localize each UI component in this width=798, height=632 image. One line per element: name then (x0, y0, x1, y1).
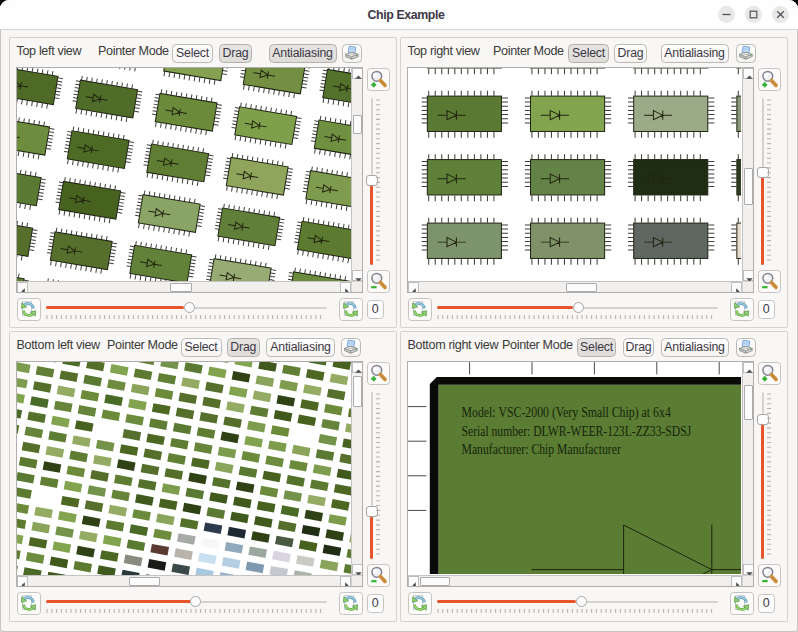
svg-text:Manufacturer: Chip Manufacture: Manufacturer: Chip Manufacturer (462, 441, 622, 457)
svg-text:Serial number: DLWR-WEER-123L-: Serial number: DLWR-WEER-123L-ZZ33-SDSJ (462, 423, 692, 439)
svg-text:Model: VSC-2000 (Very Small Ch: Model: VSC-2000 (Very Small Chip) at 6x4 (462, 404, 671, 421)
